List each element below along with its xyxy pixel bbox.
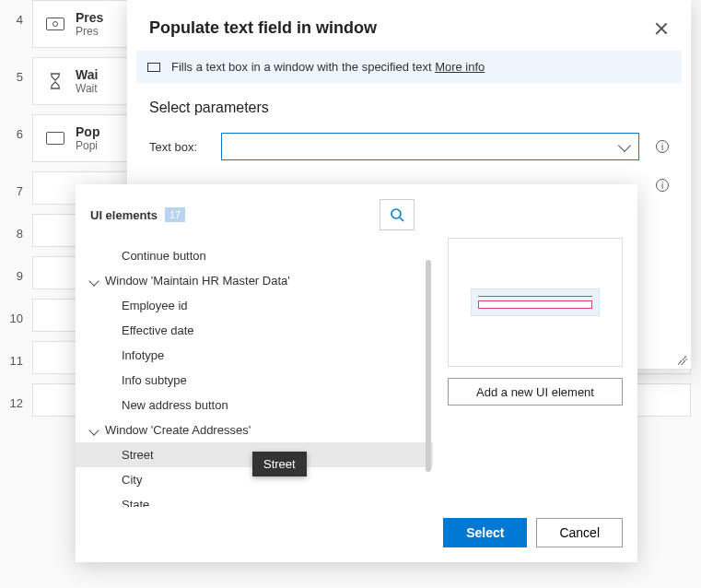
tree-item-label: Infotype (122, 348, 164, 362)
textbox-select-input[interactable] (221, 133, 639, 160)
params-heading: Select parameters (149, 100, 669, 116)
dropdown-header-label: UI elements (90, 208, 158, 222)
step-subtitle: Popi (76, 139, 99, 152)
chevron-down-icon (618, 139, 631, 152)
tree-group[interactable]: Window 'Maintain HR Master Data' (76, 268, 433, 293)
tree-item-label: Window 'Create Addresses' (105, 423, 251, 437)
add-ui-element-button[interactable]: Add a new UI element (448, 378, 623, 406)
tree-item[interactable]: Effective date (76, 318, 433, 343)
preview-box (448, 238, 623, 367)
tree-item[interactable]: New address button (76, 393, 433, 417)
textbox-icon (46, 132, 64, 145)
tree-item[interactable]: Continue button (76, 243, 433, 268)
tree-item[interactable]: Employee id (76, 293, 433, 318)
more-info-link[interactable]: More info (435, 60, 485, 74)
step-subtitle: Pres (76, 25, 103, 38)
textbox-icon (147, 63, 160, 72)
tree-item[interactable]: Infotype (76, 343, 433, 368)
step-title: Pres (76, 10, 103, 25)
preview-thumbnail (471, 288, 600, 316)
search-button[interactable] (380, 199, 415, 230)
select-button[interactable]: Select (443, 518, 527, 547)
tree-item[interactable]: State (76, 492, 433, 507)
svg-line-1 (400, 218, 403, 221)
tree-item[interactable]: Info subtype (76, 368, 433, 393)
tree-item-label: Continue button (122, 249, 206, 263)
tooltip: Street (252, 452, 307, 476)
resize-grip[interactable] (678, 356, 687, 365)
step-subtitle: Wait (76, 82, 98, 95)
step-number: 5 (0, 57, 32, 84)
chevron-down-icon (88, 276, 99, 286)
cancel-button[interactable]: Cancel (536, 518, 623, 547)
tree-item-label: Street (122, 448, 154, 462)
tree-item-label: Window 'Maintain HR Master Data' (105, 274, 290, 288)
tree-item-label: Employee id (122, 299, 188, 312)
tree-item-label: Info subtype (122, 373, 187, 387)
ui-elements-dropdown: UI elements 17 Continue buttonWindow 'Ma… (76, 184, 637, 562)
info-icon[interactable] (656, 179, 669, 192)
step-title: Wai (76, 67, 98, 82)
scrollbar[interactable] (426, 260, 431, 472)
modal-title: Populate text field in window (149, 18, 377, 38)
textbox-label: Text box: (149, 140, 204, 154)
tree-group[interactable]: Window 'Create Addresses' (76, 417, 433, 442)
hourglass-icon (46, 75, 64, 88)
tree-item-label: State (122, 498, 149, 507)
chevron-down-icon (88, 425, 99, 435)
info-icon[interactable] (656, 140, 669, 153)
info-bar: Fills a text box in a window with the sp… (136, 51, 682, 83)
svg-point-0 (391, 209, 401, 218)
step-title: Pop (76, 124, 99, 139)
step-number: 4 (0, 0, 32, 27)
step-number: 6 (0, 114, 32, 141)
info-text: Fills a text box in a window with the sp… (171, 60, 435, 74)
search-icon (389, 206, 405, 223)
close-icon[interactable] (654, 21, 669, 36)
tree-item-label: New address button (122, 398, 228, 412)
tree-item-label: City (122, 473, 142, 487)
element-count-badge: 17 (165, 207, 185, 222)
mouse-icon (46, 18, 64, 30)
tree-item-label: Effective date (122, 323, 194, 337)
